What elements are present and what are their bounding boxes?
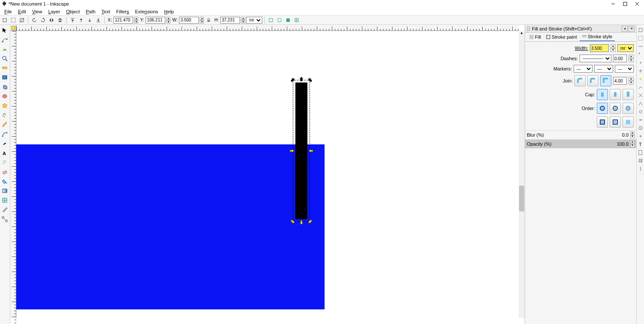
x-spinner[interactable]: ▲▼ xyxy=(134,17,138,24)
order-sfm-button[interactable] xyxy=(610,103,621,114)
lock-aspect-button[interactable] xyxy=(205,16,213,24)
menu-view[interactable]: View xyxy=(30,9,45,15)
order-mfs-button[interactable] xyxy=(597,116,608,128)
pencil-tool[interactable] xyxy=(0,120,9,129)
gradient-tool[interactable] xyxy=(0,186,9,195)
join-bevel-button[interactable] xyxy=(574,75,586,86)
3dbox-tool[interactable] xyxy=(0,83,9,91)
calligraphy-tool[interactable] xyxy=(0,139,9,148)
snap-bbox-corner-button[interactable] xyxy=(637,51,644,58)
spiral-tool[interactable] xyxy=(0,111,9,119)
marker-mid-select[interactable]: — xyxy=(594,65,613,73)
selection-handle[interactable] xyxy=(299,220,304,225)
menu-layer[interactable]: Layer xyxy=(46,9,63,15)
y-spinner[interactable]: ▲▼ xyxy=(166,17,170,24)
w-spinner[interactable]: ▲▼ xyxy=(200,17,204,24)
lower-button[interactable] xyxy=(86,16,94,24)
selection-handle[interactable] xyxy=(290,77,296,83)
maximize-button[interactable] xyxy=(620,1,630,7)
opacity-spinner[interactable]: ▲▼ xyxy=(630,141,635,147)
scroll-up-button[interactable]: ▲ xyxy=(519,31,525,37)
menu-text[interactable]: Text xyxy=(99,9,112,15)
cap-round-button[interactable] xyxy=(610,89,621,100)
mesh-tool[interactable] xyxy=(0,196,9,205)
select-all-button[interactable] xyxy=(9,16,17,24)
node-tool[interactable] xyxy=(0,35,9,44)
rectangle-tool[interactable] xyxy=(0,73,9,82)
selection-handle[interactable] xyxy=(290,149,294,153)
blue-rectangle-object[interactable] xyxy=(16,144,325,309)
snap-guide-button[interactable] xyxy=(637,165,644,172)
dropper-tool[interactable] xyxy=(0,205,9,214)
raise-button[interactable] xyxy=(77,16,85,24)
measure-tool[interactable] xyxy=(0,64,9,72)
tab-stroke-paint[interactable]: Stroke paint xyxy=(544,33,580,41)
width-spinner[interactable]: ▲▼ xyxy=(611,44,616,52)
dash-offset-input[interactable] xyxy=(613,55,627,62)
snap-enable-button[interactable] xyxy=(637,27,644,34)
order-fsm-button[interactable] xyxy=(597,103,608,114)
h-input[interactable] xyxy=(220,17,240,24)
miter-limit-input[interactable] xyxy=(613,77,627,85)
fill-tool[interactable] xyxy=(0,177,9,186)
blur-value[interactable]: 0.0 xyxy=(613,132,629,138)
flip-horizontal-button[interactable] xyxy=(48,16,55,24)
snap-rotation-button[interactable] xyxy=(637,133,644,140)
menu-edit[interactable]: Edit xyxy=(15,9,29,15)
menu-path[interactable]: Path xyxy=(83,9,98,15)
order-fms-button[interactable] xyxy=(623,103,634,114)
menu-filters[interactable]: Filters xyxy=(114,9,132,15)
snap-intersect-button[interactable] xyxy=(637,92,644,99)
h-spinner[interactable]: ▲▼ xyxy=(241,17,245,24)
spray-tool[interactable] xyxy=(0,158,9,167)
join-round-button[interactable] xyxy=(587,75,598,86)
rotate-ccw-button[interactable] xyxy=(30,16,38,24)
snap-smooth-button[interactable] xyxy=(637,108,644,115)
tweak-tool[interactable] xyxy=(0,45,9,53)
stroke-width-input[interactable] xyxy=(590,44,609,52)
transform-stroke-button[interactable] xyxy=(267,16,275,24)
stroke-width-unit[interactable]: mm xyxy=(617,44,634,52)
zoom-tool[interactable] xyxy=(0,54,9,63)
canvas[interactable] xyxy=(16,31,519,318)
bezier-tool[interactable] xyxy=(0,130,9,138)
transform-gradient-button[interactable] xyxy=(284,16,292,24)
menu-help[interactable]: Help xyxy=(161,9,176,15)
minimize-button[interactable] xyxy=(608,1,618,7)
ruler-horizontal[interactable] xyxy=(16,25,519,31)
snap-cusp-button[interactable] xyxy=(637,100,644,107)
snap-path-button[interactable] xyxy=(637,84,644,91)
lower-to-bottom-button[interactable] xyxy=(94,16,102,24)
selected-line-object[interactable] xyxy=(295,83,307,219)
miter-spinner[interactable]: ▲▼ xyxy=(629,77,634,85)
selector-tool[interactable] xyxy=(0,26,9,34)
vertical-scrollbar[interactable]: ▲ xyxy=(519,31,525,318)
panel-minimize-button[interactable]: ◂ xyxy=(622,26,628,32)
tab-stroke-style[interactable]: Stroke style xyxy=(580,33,615,41)
selection-handle[interactable] xyxy=(299,77,304,81)
star-tool[interactable] xyxy=(0,101,9,110)
flip-vertical-button[interactable] xyxy=(56,16,64,24)
snap-page-button[interactable] xyxy=(637,149,644,156)
snap-bbox-center-button[interactable] xyxy=(637,67,644,74)
raise-to-top-button[interactable] xyxy=(69,16,76,24)
close-button[interactable] xyxy=(632,1,642,7)
select-all-layers-button[interactable] xyxy=(1,16,9,24)
snap-bbox-button[interactable] xyxy=(637,35,644,42)
units-select[interactable]: mm xyxy=(246,17,262,24)
snap-grid-button[interactable] xyxy=(637,157,644,164)
connector-tool[interactable] xyxy=(0,215,9,223)
snap-node-button[interactable] xyxy=(637,76,644,83)
order-smf-button[interactable] xyxy=(623,116,634,128)
text-tool[interactable]: A xyxy=(0,149,9,157)
snap-bbox-edge-button[interactable] xyxy=(637,43,644,50)
menu-file[interactable]: File xyxy=(2,9,15,15)
join-miter-button[interactable] xyxy=(600,75,611,86)
cap-butt-button[interactable] xyxy=(597,89,608,100)
ellipse-tool[interactable] xyxy=(0,92,9,101)
rotate-cw-button[interactable] xyxy=(39,16,47,24)
menu-extensions[interactable]: Extensions xyxy=(133,9,161,15)
selection-handle[interactable] xyxy=(309,149,313,153)
eraser-tool[interactable] xyxy=(0,168,9,176)
selection-handle[interactable] xyxy=(307,77,313,83)
